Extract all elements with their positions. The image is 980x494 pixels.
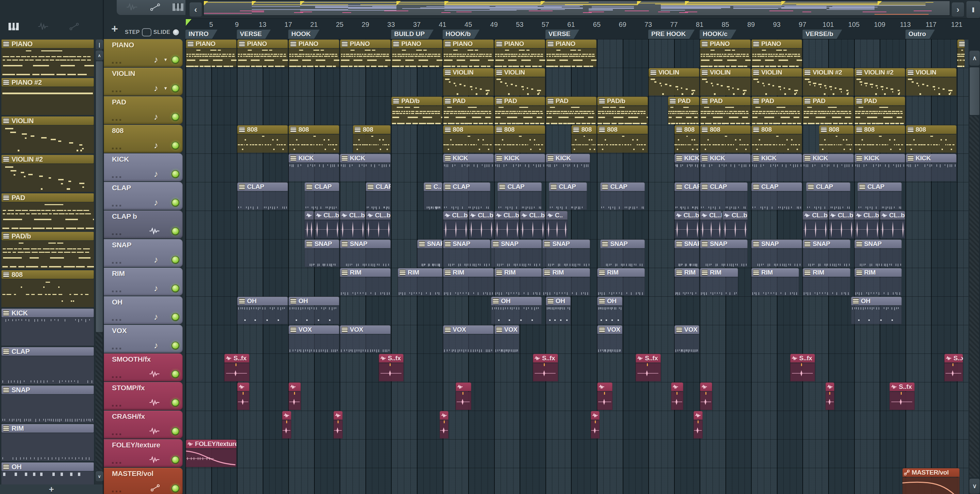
clip-PAD[interactable]: PAD: [546, 97, 597, 124]
clip-STOMP/fx[interactable]: [288, 383, 301, 410]
clip-PIANO[interactable]: PIANO: [751, 40, 802, 67]
clip-SNAP[interactable]: SNAP: [443, 240, 491, 267]
clip-KICK[interactable]: KICK: [906, 154, 956, 182]
marker-PRE HOOK[interactable]: PRE HOOK: [648, 30, 695, 39]
pattern-PIANO[interactable]: PIANO: [2, 40, 94, 77]
clip-PAD[interactable]: PAD: [700, 97, 751, 124]
clip-PAD/b[interactable]: PAD/b: [391, 97, 442, 124]
clip-CL..b[interactable]: CL..b: [700, 211, 722, 239]
track-mute-led[interactable]: [172, 113, 179, 121]
track-options-dots[interactable]: [112, 119, 121, 121]
clip-OH[interactable]: OH: [237, 297, 288, 324]
clip-808[interactable]: 808: [700, 125, 751, 153]
clip-808[interactable]: 808: [751, 125, 802, 153]
step-toggle[interactable]: [142, 28, 151, 37]
piano-tab-icon[interactable]: [172, 3, 185, 12]
clip-CL..b[interactable]: CL..b: [722, 211, 748, 239]
clip-SNAP[interactable]: SNAP: [600, 240, 644, 267]
clip-S..fx[interactable]: S..fx: [379, 354, 404, 382]
clip-CLAP[interactable]: CLAP: [600, 183, 644, 210]
clip-RIM[interactable]: RIM: [803, 268, 850, 296]
track-header-KICK[interactable]: KICK♪: [104, 153, 183, 181]
clip-RIM[interactable]: RIM: [495, 268, 542, 296]
clip-VIOLIN #2[interactable]: VIOLIN #2: [854, 68, 905, 96]
clip-MASTER/vol[interactable]: MASTER/vol: [902, 468, 959, 494]
track-mute-led[interactable]: [172, 256, 179, 264]
clip-PIANO[interactable]: PIANO: [443, 40, 494, 67]
clip-VIOLIN[interactable]: VIOLIN: [700, 68, 751, 96]
clip-CL..b[interactable]: CL..b: [314, 211, 340, 239]
pattern-VIOLIN #2[interactable]: VIOLIN #2: [2, 155, 94, 192]
scroll-end-button[interactable]: ❚: [966, 1, 980, 18]
clip-PAD[interactable]: PAD: [854, 97, 905, 124]
clip-CL..b[interactable]: CL..b: [340, 211, 365, 239]
track-options-dots[interactable]: [112, 462, 121, 464]
track-options-dots[interactable]: [112, 233, 121, 235]
view-mode-tab[interactable]: [117, 0, 194, 15]
automation-tab-icon[interactable]: [150, 3, 162, 12]
clip-VOX[interactable]: VOX: [340, 325, 391, 353]
clip-CLAP[interactable]: CLAP: [549, 183, 587, 210]
clip-SNAP[interactable]: SNAP: [305, 240, 339, 267]
clip-VIOLIN[interactable]: VIOLIN: [443, 68, 494, 96]
track-header-PIANO[interactable]: PIANO♪▼: [104, 39, 183, 67]
clip-RIM[interactable]: RIM: [700, 268, 738, 296]
clip-STOMP/fx[interactable]: [700, 383, 712, 410]
track-header-MASTER/vol[interactable]: MASTER/vol: [104, 468, 183, 494]
clip-CRASH/fx[interactable]: [694, 411, 702, 439]
clip-CLAP[interactable]: CLAP: [498, 183, 542, 210]
clip-VIOLIN[interactable]: VIOLIN: [649, 68, 699, 96]
clip-VOX[interactable]: VOX: [443, 325, 494, 353]
song-minimap[interactable]: [204, 1, 950, 16]
track-options-dots[interactable]: [112, 148, 121, 149]
pattern-OH[interactable]: OH: [2, 462, 94, 485]
clip-CL..b[interactable]: CL..b: [469, 211, 494, 239]
clip-OH[interactable]: OH: [546, 297, 571, 324]
track-header-FOLEY/texture[interactable]: FOLEY/texture: [104, 439, 183, 467]
clip-PIANO[interactable]: [957, 40, 965, 67]
clip-KICK[interactable]: KICK: [288, 154, 339, 182]
track-mute-led[interactable]: [172, 227, 179, 235]
clip-808[interactable]: 808: [288, 125, 339, 153]
track-mute-led[interactable]: [172, 141, 179, 149]
clip-KICK[interactable]: KICK: [803, 154, 853, 182]
pattern-scroll-up-button[interactable]: ∧: [95, 50, 103, 61]
clip-CL..b[interactable]: CL..b: [443, 211, 468, 239]
clip-CLAP[interactable]: CLAP: [237, 183, 288, 210]
clip-KICK[interactable]: KICK: [675, 154, 700, 182]
clip-808[interactable]: 808: [854, 125, 905, 153]
clip-SNAP[interactable]: SNAP: [700, 240, 748, 267]
clip-KICK[interactable]: KICK: [854, 154, 905, 182]
clip-OH[interactable]: OH: [597, 297, 622, 324]
pattern-RIM[interactable]: RIM: [2, 424, 94, 461]
clip-CRASH/fx[interactable]: [440, 411, 449, 439]
track-options-dots[interactable]: [112, 319, 121, 321]
chevron-down-icon[interactable]: ▼: [163, 86, 168, 91]
clip-CL..b[interactable]: CL..b: [880, 211, 905, 239]
scroll-up-button[interactable]: ∧: [969, 50, 980, 66]
pattern-VIOLIN[interactable]: VIOLIN: [2, 116, 94, 154]
track-mute-led[interactable]: [172, 84, 179, 92]
clip-808[interactable]: 808: [819, 125, 854, 153]
clip-OH[interactable]: OH: [491, 297, 542, 324]
clip-VOX[interactable]: VOX: [597, 325, 622, 353]
clip-CRASH/fx[interactable]: [591, 411, 600, 439]
clip-VOX[interactable]: VOX: [288, 325, 339, 353]
clip-KICK[interactable]: KICK: [751, 154, 802, 182]
vertical-scroll-thumb[interactable]: [969, 67, 980, 115]
clip-STOMP/fx[interactable]: [826, 383, 834, 410]
clip-C..[interactable]: C..: [546, 211, 568, 239]
clip-CLAP[interactable]: CLAP: [700, 183, 748, 210]
clip-PIANO[interactable]: PIANO: [391, 40, 442, 67]
track-mute-led[interactable]: [172, 56, 179, 64]
clip-KICK[interactable]: KICK: [546, 154, 590, 182]
clip-PAD[interactable]: PAD: [495, 97, 545, 124]
track-options-dots[interactable]: [112, 376, 121, 378]
clip-808[interactable]: 808: [237, 125, 288, 153]
clip-808[interactable]: 808: [597, 125, 648, 153]
track-mute-led[interactable]: [172, 284, 179, 292]
marker-INTRO[interactable]: INTRO: [185, 30, 218, 39]
marker-VERSE[interactable]: VERSE: [237, 30, 270, 39]
track-options-dots[interactable]: [112, 434, 121, 435]
clip-PIANO[interactable]: PIANO: [700, 40, 751, 67]
